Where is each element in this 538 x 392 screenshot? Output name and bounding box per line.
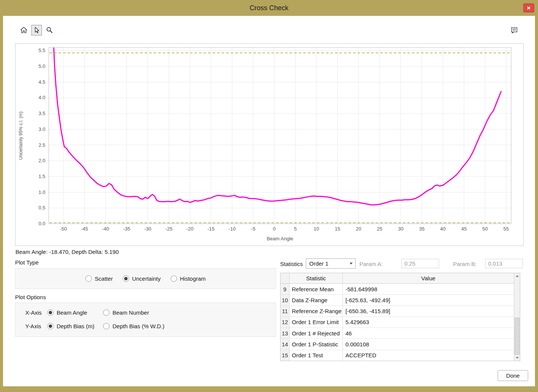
y-axis-label: Y-Axis: [25, 323, 47, 329]
statistic-cell: Reference Mean: [290, 284, 343, 294]
param-a-label: Param A:: [359, 261, 383, 267]
svg-text:-50: -50: [60, 226, 67, 232]
radio-histogram[interactable]: Histogram: [171, 275, 206, 282]
radio-label: Depth Bias (m): [57, 323, 94, 329]
svg-text:-10: -10: [228, 226, 236, 232]
svg-text:-5: -5: [251, 226, 256, 232]
scroll-down-button[interactable]: [514, 355, 520, 361]
radio-beam-angle[interactable]: Beam Angle: [47, 309, 87, 316]
value-cell: 5.429663: [343, 317, 514, 327]
radio-beam-number[interactable]: Beam Number: [103, 309, 149, 316]
param-a-input[interactable]: [401, 259, 439, 268]
magnifier-icon: [45, 26, 54, 34]
svg-text:15: 15: [335, 226, 340, 232]
svg-text:-20: -20: [187, 226, 194, 232]
svg-text:1.5: 1.5: [39, 174, 45, 179]
statistics-table: Statistic Value 9Reference Mean-581.6499…: [280, 273, 520, 361]
svg-text:5.0: 5.0: [39, 63, 45, 69]
svg-text:30: 30: [398, 226, 403, 232]
x-axis-row: X-Axis Beam Angle Beam Number: [25, 309, 149, 316]
radio-depth-bias-m[interactable]: Depth Bias (m): [47, 323, 94, 329]
table-row[interactable]: 10Data Z-Range[-625.63, -492.49]: [281, 295, 514, 306]
table-row[interactable]: 14Order 1 P-Statistic0.000108: [281, 339, 514, 350]
table-row[interactable]: 12Order 1 Error Limit5.429663: [281, 317, 514, 328]
svg-text:5: 5: [294, 226, 297, 232]
stats-table-body: 9Reference Mean-581.64999810Data Z-Range…: [281, 284, 514, 361]
radio-label: Beam Angle: [57, 309, 87, 316]
table-scrollbar[interactable]: [514, 273, 520, 361]
value-cell: [-650.36, -415.89]: [343, 306, 514, 317]
svg-text:3.0: 3.0: [39, 126, 45, 132]
svg-text:1.0: 1.0: [39, 189, 45, 195]
svg-text:2.5: 2.5: [39, 142, 45, 148]
radio-uncertainty[interactable]: Uncertainty: [123, 275, 161, 282]
chevron-down-icon: [347, 259, 355, 268]
statistic-cell: Reference Z-Range: [290, 306, 343, 317]
statistic-cell: Order 1 P-Statistic: [290, 339, 343, 349]
radio-icon: [103, 309, 109, 316]
svg-text:-30: -30: [144, 226, 151, 232]
statistic-cell: Order 1 Test: [290, 350, 343, 361]
close-icon: ✕: [527, 5, 531, 11]
svg-text:4.0: 4.0: [39, 95, 45, 100]
row-number: 12: [281, 317, 290, 327]
plot-type-group: Scatter Uncertainty Histogram: [15, 268, 276, 289]
statistic-cell: Order 1 # Rejected: [290, 328, 343, 338]
order-select[interactable]: Order 1: [306, 258, 356, 269]
table-row[interactable]: 11Reference Z-Range[-650.36, -415.89]: [281, 306, 514, 317]
svg-text:55: 55: [503, 226, 509, 232]
radio-depth-bias-pct[interactable]: Depth Bias (% W.D.): [103, 323, 165, 329]
svg-text:5.5: 5.5: [39, 48, 45, 53]
done-button[interactable]: Done: [498, 370, 528, 381]
pointer-tool-button[interactable]: [31, 25, 42, 35]
home-icon: [20, 26, 28, 34]
chart-area[interactable]: -50-45-40-35-30-25-20-15-10-505101520253…: [15, 43, 524, 246]
svg-text:3.5: 3.5: [39, 111, 45, 116]
plot-settings-button[interactable]: [509, 25, 520, 35]
svg-text:0.5: 0.5: [39, 205, 45, 211]
table-row[interactable]: 9Reference Mean-581.649998: [281, 284, 514, 295]
home-button[interactable]: [18, 25, 29, 35]
statistics-label: Statistics: [280, 261, 303, 267]
row-number: 13: [281, 328, 290, 338]
value-cell: 46: [343, 328, 514, 338]
radio-icon: [47, 309, 54, 316]
scroll-thumb[interactable]: [515, 318, 520, 355]
svg-text:-15: -15: [208, 226, 215, 232]
radio-label: Depth Bias (% W.D.): [113, 323, 165, 329]
svg-text:35: 35: [419, 226, 424, 232]
value-cell: ACCEPTED: [343, 350, 514, 361]
svg-text:20: 20: [356, 226, 361, 232]
statistic-cell: Order 1 Error Limit: [290, 317, 343, 327]
value-cell: -581.649998: [343, 284, 514, 294]
titlebar: Cross Check ✕: [0, 0, 538, 16]
statistic-cell: Data Z-Range: [290, 295, 343, 305]
svg-text:2.0: 2.0: [39, 158, 45, 163]
svg-text:40: 40: [440, 226, 446, 232]
table-row[interactable]: 13Order 1 # Rejected46: [281, 328, 514, 339]
radio-icon: [123, 275, 129, 282]
svg-text:50: 50: [483, 226, 488, 232]
scroll-up-button[interactable]: [514, 273, 520, 279]
radio-label: Beam Number: [113, 309, 149, 316]
column-header-value: Value: [343, 273, 514, 283]
radio-label: Uncertainty: [132, 275, 161, 282]
dialog-content: -50-45-40-35-30-25-20-15-10-505101520253…: [3, 16, 535, 386]
row-number: 9: [281, 284, 290, 294]
window-title: Cross Check: [250, 4, 288, 12]
radio-scatter[interactable]: Scatter: [85, 275, 113, 282]
table-row[interactable]: 15Order 1 TestACCEPTED: [281, 350, 514, 361]
zoom-tool-button[interactable]: [44, 25, 55, 35]
value-cell: 0.000108: [343, 339, 514, 349]
uncertainty-chart: -50-45-40-35-30-25-20-15-10-505101520253…: [15, 44, 523, 245]
svg-text:25: 25: [377, 226, 382, 232]
close-button[interactable]: ✕: [523, 3, 534, 12]
notes-icon: [510, 26, 518, 34]
svg-text:10: 10: [314, 226, 319, 232]
radio-label: Histogram: [180, 275, 206, 282]
plot-options-group: X-Axis Beam Angle Beam Number Y-Axis: [15, 303, 276, 337]
svg-text:0: 0: [273, 226, 276, 232]
value-cell: [-625.63, -492.49]: [343, 295, 514, 305]
param-b-input[interactable]: [485, 259, 523, 268]
plot-options-label: Plot Options: [15, 294, 46, 300]
